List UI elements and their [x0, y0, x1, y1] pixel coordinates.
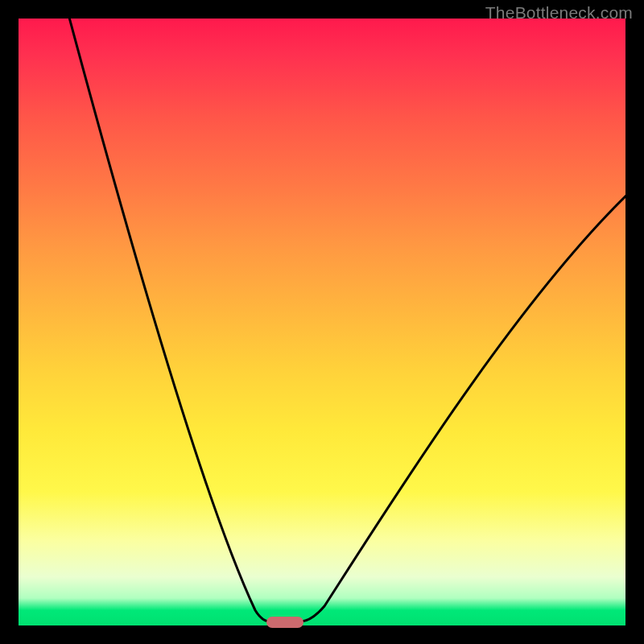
watermark-text: TheBottleneck.com — [485, 3, 633, 23]
left-curve — [68, 19, 268, 621]
bottleneck-marker — [266, 617, 303, 628]
right-curve — [302, 192, 625, 621]
chart-curves-svg — [19, 19, 625, 625]
chart-plot-area — [19, 19, 625, 625]
